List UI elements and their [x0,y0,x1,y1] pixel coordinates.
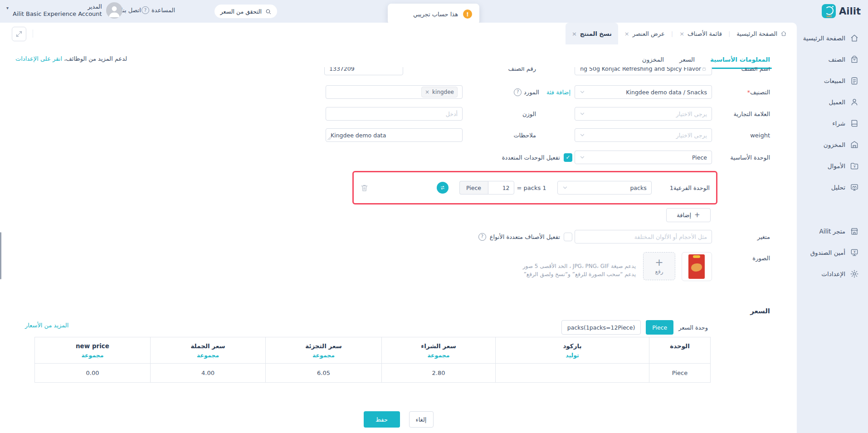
price-section-heading: السعر [750,307,770,316]
variant-toggle-label: تفعيل الأصناف متعددة الأنواع [490,234,560,240]
cell-retail-price[interactable]: 6.05 [266,364,382,383]
close-icon[interactable]: × [624,31,629,37]
sidebar-item-purchase[interactable]: شراء [797,112,868,134]
sidebar-item-store[interactable]: متجر Ailit [797,220,868,242]
caret-down-icon: ▾ [6,5,9,10]
price-check-search[interactable]: التحقق من السعر [215,5,277,18]
tab-copy-product[interactable]: نسخ المنتج × [566,23,618,44]
remove-tag-icon[interactable]: × [425,89,429,95]
open-tabs: الصفحة الرئيسية | قائمة الأصناف × | عرض … [566,23,793,44]
sidebar-item-inventory[interactable]: المخزون [797,134,868,155]
cancel-button[interactable]: إلغاء [409,411,434,428]
variant-checkbox[interactable] [564,233,572,241]
expand-button[interactable] [12,27,26,41]
weight-input[interactable]: أدخل [326,107,463,121]
weight-select-label: weight [712,132,797,139]
notes-value: Kingdee demo data [331,132,386,139]
sidebar-item-cashier[interactable]: ¥ أمين الصندوق [797,242,868,263]
form-tab-price[interactable]: السعر [679,55,695,63]
brand-logo-icon: intl [822,4,836,18]
tab-item-list[interactable]: قائمة الأصناف × [673,23,728,44]
sidebar-item-funds[interactable]: ¥ الأموال [797,155,868,176]
price-table-header-row: الوحدة باركود توليد سعر الشراء مجموعة [35,337,711,364]
weight-select[interactable]: يرجى الاختيار [575,128,712,142]
notes-textarea[interactable]: Kingdee demo data [326,128,463,142]
tab-home[interactable]: الصفحة الرئيسية [730,23,793,44]
column-title: new price [35,342,150,350]
close-icon[interactable]: × [679,31,684,37]
upload-image-button[interactable]: + رفع [643,252,675,280]
sidebar-item-home[interactable]: الصفحة الرئيسية [797,27,868,49]
sidebar-label: متجر Ailit [819,228,845,235]
more-prices-link[interactable]: المزيد من الأسعار [25,322,68,329]
add-category-link[interactable]: إضافة فئة [546,89,571,96]
product-image-thumbnail[interactable] [682,252,712,281]
add-sub-unit-button[interactable]: + إضافة [666,208,711,222]
conversion-group: Piece 12 [459,181,514,195]
cell-purchase-price[interactable]: 2.80 [382,364,496,383]
close-icon[interactable]: × [572,31,577,37]
top-bar: intl Ailit ! هذا حساب تجريبي التحقق من ا… [0,0,868,23]
cell-barcode[interactable] [496,364,649,383]
form-tab-basic-info[interactable]: المعلومات الأساسية [710,55,770,63]
plus-icon: + [655,258,663,267]
item-number-value: 1337209 [329,67,355,72]
item-number-input[interactable]: 1337209 [324,67,403,75]
sidebar-label: شراء [832,120,845,127]
supplier-input[interactable]: kingdee × [326,85,463,99]
multi-unit-checkbox[interactable]: ✓ [564,153,572,162]
category-select[interactable]: Kingdee demo data / Snacks [575,85,712,99]
price-check-label: التحقق من السعر [220,8,262,15]
form-tab-inventory[interactable]: المخزون [642,55,664,63]
supplier-tag[interactable]: kingdee × [421,87,458,97]
cell-wholesale-price[interactable]: 4.00 [151,364,266,383]
item-number-label: رقم الصنف [508,67,536,72]
user-account-menu[interactable]: ▾ المدير Ailit Basic Experience Account [6,2,122,19]
analysis-monitor-icon [850,183,859,192]
resize-handle-icon[interactable] [327,136,332,141]
save-button[interactable]: حفظ [364,411,400,428]
question-icon[interactable]: ? [478,233,486,241]
cell-new-price[interactable]: 0.00 [35,364,151,383]
price-unit-packs-button[interactable]: packs(1packs=12Piece) [561,320,641,335]
help-link[interactable]: ? المساعدة [141,6,175,14]
group-link[interactable]: مجموعة [266,351,381,359]
item-name-input[interactable]: ng 50g Konjac Refreshing and Spicy Flavo… [575,67,712,75]
item-name-value: ng 50g Konjac Refreshing and Spicy Flavo… [580,67,701,72]
cell-unit: Piece [649,364,711,383]
generate-barcode-link[interactable]: توليد [496,351,649,359]
group-link[interactable]: مجموعة [35,351,150,359]
question-icon[interactable]: ? [514,88,522,96]
sidebar-label: الصنف [828,56,845,63]
price-unit-piece-button[interactable]: Piece [646,320,673,335]
sidebar-item-sales[interactable]: المبيعات [797,70,868,91]
avatar[interactable] [106,2,122,19]
brand-select[interactable]: يرجى الاختيار [575,107,712,121]
user-names: المدير Ailit Basic Experience Account [13,3,102,18]
group-link[interactable]: مجموعة [382,351,495,359]
swap-units-button[interactable] [437,182,449,194]
sidebar-item-analysis[interactable]: تحليل [797,176,868,198]
contact-us-label: اتصل بنا [121,7,141,14]
form-row-category: التصنيف* Kingdee demo data / Snacks إضاف… [0,85,797,99]
col-barcode: باركود توليد [496,337,649,364]
conversion-qty-input[interactable]: 12 [488,181,514,195]
plus-icon: + [694,212,700,219]
variant-input[interactable]: مثل الأحجام أو الألوان المختلفة [575,230,712,243]
base-unit-select[interactable]: Piece [575,151,712,164]
sidebar-item-item[interactable]: الصنف [797,49,868,70]
brand-name: Ailit [839,6,861,17]
trash-icon[interactable] [360,184,369,192]
form-row-item-name: اسم الصنف ng 50g Konjac Refreshing and S… [0,67,797,75]
sub-unit-select[interactable]: packs [557,181,652,195]
chevron-down-icon [580,155,585,160]
settings-hint-link[interactable]: انقر على الإعدادات [15,55,62,62]
form-row-base-unit: الوحدة الأساسية Piece ✓ تفعيل الوحدات ال… [0,151,797,164]
sidebar-label: المخزون [824,141,845,148]
group-link[interactable]: مجموعة [151,351,265,359]
sidebar-item-settings[interactable]: الإعدادات [797,263,868,284]
sidebar-item-customer[interactable]: العميل [797,91,868,112]
tab-view-item[interactable]: عرض العنصر × [618,23,671,44]
search-icon [265,8,272,15]
customer-person-icon [850,97,859,107]
